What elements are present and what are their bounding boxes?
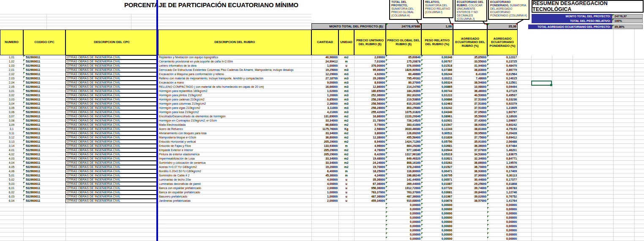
agregado-rubro-cell[interactable]: 37,90000 — [453, 173, 487, 178]
numero-cell[interactable]: 2,04 — [0, 81, 23, 85]
resumen-value-peso-relativo[interactable]: 100% — [612, 19, 643, 23]
agregado-ponderado-cell[interactable]: 1,60797 — [487, 110, 518, 114]
agregado-ponderado-cell[interactable]: 0,12501 — [487, 81, 518, 85]
precio-global-cell[interactable]: 487,36000 — [386, 195, 421, 199]
header-agregado-ponderado[interactable]: AGREGADO ECUATORIANO PONDERADO (%) — [487, 30, 518, 55]
agregado-ponderado-cell[interactable]: 0,00000 — [487, 220, 518, 224]
codigo-cpc-cell[interactable]: 532900011 — [23, 123, 65, 127]
unidad-cell[interactable]: m3 — [338, 76, 354, 81]
precio-global-cell[interactable]: 649,46320 — [386, 157, 421, 161]
cantidad-cell[interactable] — [311, 224, 338, 228]
unidad-cell[interactable]: m — [338, 173, 354, 178]
unidad-cell[interactable]: m2 — [338, 161, 354, 165]
numero-cell[interactable]: 6,02 — [0, 190, 23, 195]
header-precio-global[interactable]: PRECIO GLOBAL DEL RUBRO ($) — [386, 30, 421, 55]
cantidad-cell[interactable]: 16,66000 — [311, 85, 338, 89]
codigo-cpc-cell[interactable]: 532900011 — [23, 72, 65, 76]
cantidad-cell[interactable] — [311, 216, 338, 220]
peso-relativo-cell[interactable]: 0,00571 — [421, 178, 453, 182]
precio-unitario-cell[interactable] — [354, 207, 386, 211]
numero-cell[interactable]: 3,13 — [0, 140, 23, 144]
agregado-ponderado-cell[interactable]: 0,69412 — [487, 135, 518, 140]
codigo-cpc-cell[interactable]: 532900011 — [23, 76, 65, 81]
codigo-cpc-cell[interactable]: 532900011 — [23, 55, 65, 60]
descripcion-rubro-cell[interactable] — [158, 216, 311, 220]
unidad-cell[interactable]: m2 — [338, 55, 354, 60]
numero-cell[interactable]: 3,1 — [0, 127, 23, 131]
descripcion-cpc-cell[interactable] — [65, 216, 158, 220]
precio-global-cell[interactable]: 0,00000 — [386, 224, 421, 228]
cantidad-cell[interactable]: 33,34000 — [311, 161, 338, 165]
cantidad-cell[interactable]: 3,11000 — [311, 106, 338, 110]
peso-relativo-cell[interactable]: 0,00000 — [421, 228, 453, 233]
cantidad-cell[interactable]: 4,00000 — [311, 178, 338, 182]
cantidad-cell[interactable]: 4,00000 — [311, 182, 338, 186]
precio-unitario-cell[interactable] — [354, 237, 386, 241]
codigo-cpc-cell[interactable]: 532900011 — [23, 186, 65, 190]
agregado-ponderado-cell[interactable]: 0,00000 — [487, 237, 518, 241]
descripcion-rubro-cell[interactable]: Alivianamiento con bloques para losa — [158, 131, 311, 135]
peso-relativo-cell[interactable]: 0,05750 — [421, 140, 453, 144]
precio-unitario-cell[interactable]: 180,65000 — [354, 89, 386, 93]
descripcion-rubro-cell[interactable] — [158, 224, 311, 228]
numero-cell[interactable]: 2,02 — [0, 72, 23, 76]
numero-cell[interactable]: 4,06 — [0, 169, 23, 173]
agregado-rubro-cell[interactable]: 38,57000 — [453, 199, 487, 203]
unidad-cell[interactable]: m3 — [338, 81, 354, 85]
descripcion-rubro-cell[interactable]: Jardineras prefabricadas — [158, 199, 311, 203]
unidad-cell[interactable]: u — [338, 195, 354, 199]
agregado-ponderado-cell[interactable]: 0,31808 — [487, 182, 518, 186]
descripcion-rubro-cell[interactable]: Hormigón para replantillos 180kg/cm2 — [158, 89, 311, 93]
cantidad-cell[interactable]: 2,00000 — [311, 186, 338, 190]
unidad-cell[interactable]: m3 — [338, 102, 354, 106]
cantidad-cell[interactable]: 33,34000 — [311, 157, 338, 161]
precio-unitario-cell[interactable]: 2,09000 — [354, 55, 386, 60]
cantidad-cell[interactable]: 19,25000 — [311, 68, 338, 72]
agregado-rubro-cell[interactable]: 37,51000 — [453, 97, 487, 102]
peso-relativo-cell[interactable]: 0,02931 — [421, 119, 453, 123]
cantidad-cell[interactable] — [311, 207, 338, 211]
precio-global-cell[interactable]: 664,29280 — [386, 144, 421, 148]
peso-relativo-cell[interactable]: 0,03676 — [421, 199, 453, 203]
precio-global-cell[interactable]: 0,00000 — [386, 211, 421, 216]
descripcion-cpc-cell[interactable]: OTRAS OBRAS DE INGENIERIA CIVIL — [65, 190, 158, 195]
precio-unitario-cell[interactable]: 4,92000 — [354, 72, 386, 76]
codigo-cpc-cell[interactable] — [23, 224, 65, 228]
peso-relativo-cell[interactable]: 0,00346 — [421, 55, 453, 60]
descripcion-cpc-cell[interactable]: OTRAS OBRAS DE INGENIERIA CIVIL — [65, 161, 158, 165]
unidad-cell[interactable]: m3 — [338, 97, 354, 102]
numero-cell[interactable]: 3,02 — [0, 93, 23, 97]
precio-global-cell[interactable]: 383,41000 — [386, 123, 421, 127]
descripcion-cpc-cell[interactable]: OTRAS OBRAS DE INGENIERIA CIVIL — [65, 60, 158, 64]
descripcion-cpc-cell[interactable]: OTRAS OBRAS DE INGENIERIA CIVIL — [65, 127, 158, 131]
unidad-cell[interactable]: Kg — [338, 127, 354, 131]
agregado-ponderado-cell[interactable]: 0,84771 — [487, 157, 518, 161]
peso-relativo-cell[interactable]: 0,12243 — [421, 127, 453, 131]
precio-unitario-cell[interactable]: 376,00000 — [354, 64, 386, 68]
descripcion-cpc-cell[interactable]: OTRAS OBRAS DE INGENIERIA CIVIL — [65, 93, 158, 97]
agregado-rubro-cell[interactable]: 39,02000 — [453, 195, 487, 199]
descripcion-rubro-cell[interactable]: Hormigón en Contrapiso 210kg/cm2; e=10cm — [158, 119, 311, 123]
agregado-rubro-cell[interactable] — [453, 211, 487, 216]
cantidad-cell[interactable]: 2,00000 — [311, 199, 338, 203]
codigo-cpc-cell[interactable]: 532900011 — [23, 182, 65, 186]
descripcion-cpc-cell[interactable]: OTRAS OBRAS DE INGENIERIA CIVIL — [65, 97, 158, 102]
peso-relativo-cell[interactable]: 0,00000 — [421, 203, 453, 207]
unidad-cell[interactable]: m2 — [338, 165, 354, 169]
numero-cell[interactable] — [0, 211, 23, 216]
descripcion-cpc-cell[interactable]: OTRAS OBRAS DE INGENIERIA CIVIL — [65, 186, 158, 190]
descripcion-rubro-cell[interactable]: Hormigón para vigas 210kg/cm2 — [158, 106, 311, 110]
descripcion-cpc-cell[interactable]: OTRAS OBRAS DE INGENIERIA CIVIL — [65, 131, 158, 135]
numero-cell[interactable]: 1,02 — [0, 60, 23, 64]
unidad-cell[interactable]: m2 — [338, 123, 354, 127]
codigo-cpc-cell[interactable]: 532900011 — [23, 152, 65, 157]
descripcion-rubro-cell[interactable]: Mampostería bloque e=10cm — [158, 135, 311, 140]
peso-relativo-cell[interactable]: 0,03242 — [421, 106, 453, 110]
numero-cell[interactable] — [0, 224, 23, 228]
header-descripcion-cpc[interactable]: DESCRIPCION DEL CPC — [65, 30, 158, 55]
precio-global-cell[interactable]: 219,53800 — [386, 97, 421, 102]
codigo-cpc-cell[interactable]: 532900011 — [23, 140, 65, 144]
peso-relativo-cell[interactable]: 0,03211 — [421, 76, 453, 81]
unidad-cell[interactable] — [338, 228, 354, 233]
precio-unitario-cell[interactable]: 19,48000 — [354, 157, 386, 161]
